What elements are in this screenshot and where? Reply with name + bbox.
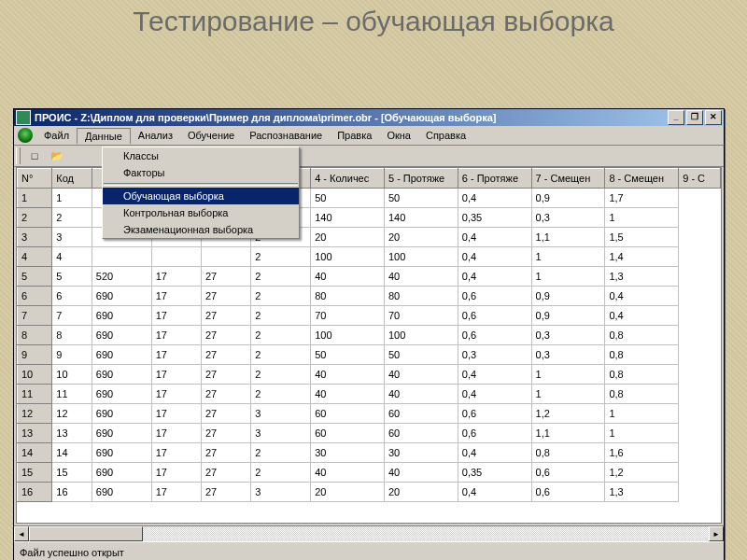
table-row[interactable]: 16166901727320200,40,61,3 xyxy=(18,483,721,502)
cell[interactable]: 27 xyxy=(202,443,251,463)
cell[interactable]: 2 xyxy=(251,345,311,365)
cell[interactable]: 70 xyxy=(384,306,458,326)
cell[interactable]: 11 xyxy=(52,385,92,404)
cell[interactable]: 17 xyxy=(151,424,201,443)
cell[interactable]: 40 xyxy=(311,463,385,483)
row-number[interactable]: 8 xyxy=(18,326,52,345)
menu-item[interactable]: Факторы xyxy=(103,164,299,181)
cell[interactable]: 690 xyxy=(92,463,151,483)
cell[interactable]: 0,8 xyxy=(605,326,679,345)
scroll-track[interactable] xyxy=(29,526,709,541)
cell[interactable]: 2 xyxy=(251,306,311,326)
column-header[interactable]: 4 - Количес xyxy=(311,169,385,189)
cell[interactable]: 70 xyxy=(311,306,385,326)
cell[interactable]: 27 xyxy=(202,404,251,424)
cell[interactable]: 1 xyxy=(531,267,605,287)
cell[interactable]: 0,4 xyxy=(605,287,679,306)
row-number[interactable]: 6 xyxy=(18,287,52,306)
column-header[interactable]: 7 - Смещен xyxy=(531,169,605,189)
table-row[interactable]: 15156901727240400,350,61,2 xyxy=(18,463,721,483)
cell[interactable]: 27 xyxy=(202,306,251,326)
cell[interactable]: 50 xyxy=(384,189,458,208)
cell[interactable]: 690 xyxy=(92,287,151,306)
cell[interactable]: 40 xyxy=(384,463,458,483)
cell[interactable]: 0,6 xyxy=(458,287,531,306)
cell[interactable]: 0,4 xyxy=(458,267,531,287)
cell[interactable]: 2 xyxy=(251,365,311,385)
cell[interactable]: 50 xyxy=(311,189,385,208)
cell[interactable]: 690 xyxy=(92,385,151,404)
row-number[interactable]: 12 xyxy=(18,404,52,424)
row-number[interactable]: 9 xyxy=(18,345,52,365)
cell[interactable]: 1,6 xyxy=(605,443,679,463)
row-number[interactable]: 15 xyxy=(18,463,52,483)
column-header[interactable]: 9 - С xyxy=(679,169,721,189)
column-header[interactable]: Код xyxy=(52,169,92,189)
cell[interactable]: 17 xyxy=(151,267,201,287)
cell[interactable]: 17 xyxy=(151,483,201,502)
cell[interactable]: 7 xyxy=(52,306,92,326)
column-header[interactable]: 5 - Протяже xyxy=(384,169,458,189)
cell[interactable]: 17 xyxy=(151,345,201,365)
menu-справка[interactable]: Справка xyxy=(418,128,473,144)
horizontal-scrollbar[interactable]: ◄ ► xyxy=(14,525,724,541)
cell[interactable]: 20 xyxy=(311,228,385,247)
cell[interactable]: 0,8 xyxy=(605,365,679,385)
cell[interactable]: 690 xyxy=(92,345,151,365)
cell[interactable]: 60 xyxy=(311,424,385,443)
cell[interactable]: 690 xyxy=(92,326,151,345)
cell[interactable]: 1 xyxy=(531,365,605,385)
cell[interactable]: 5 xyxy=(52,267,92,287)
close-button[interactable]: ✕ xyxy=(705,110,722,125)
cell[interactable]: 0,6 xyxy=(531,483,605,502)
cell[interactable]: 1,3 xyxy=(605,483,679,502)
table-row[interactable]: 13136901727360600,61,11 xyxy=(18,424,721,443)
row-number[interactable]: 16 xyxy=(18,483,52,502)
column-header[interactable]: 8 - Смещен xyxy=(605,169,679,189)
cell[interactable]: 6 xyxy=(52,287,92,306)
cell[interactable]: 140 xyxy=(311,208,385,228)
cell[interactable]: 690 xyxy=(92,404,151,424)
table-row[interactable]: 776901727270700,60,90,4 xyxy=(18,306,721,326)
cell[interactable]: 30 xyxy=(384,443,458,463)
menu-распознавание[interactable]: Распознавание xyxy=(242,128,330,144)
cell[interactable]: 27 xyxy=(202,424,251,443)
cell[interactable]: 27 xyxy=(202,345,251,365)
cell[interactable]: 0,3 xyxy=(458,345,531,365)
cell[interactable]: 0,4 xyxy=(458,365,531,385)
cell[interactable]: 2 xyxy=(251,385,311,404)
row-number[interactable]: 7 xyxy=(18,306,52,326)
scroll-right-button[interactable]: ► xyxy=(709,526,724,541)
cell[interactable]: 0,4 xyxy=(458,228,531,247)
cell[interactable]: 27 xyxy=(202,326,251,345)
cell[interactable]: 60 xyxy=(384,404,458,424)
cell[interactable]: 0,6 xyxy=(458,306,531,326)
row-number[interactable]: 2 xyxy=(18,208,52,228)
cell[interactable]: 40 xyxy=(384,385,458,404)
cell[interactable]: 3 xyxy=(52,228,92,247)
cell[interactable]: 690 xyxy=(92,483,151,502)
cell[interactable]: 17 xyxy=(151,365,201,385)
table-row[interactable]: 555201727240400,411,3 xyxy=(18,267,721,287)
cell[interactable]: 3 xyxy=(251,483,311,502)
toolbar-grip[interactable] xyxy=(16,147,21,164)
cell[interactable]: 13 xyxy=(52,424,92,443)
cell[interactable]: 1 xyxy=(52,189,92,208)
cell[interactable]: 1,2 xyxy=(531,404,605,424)
cell[interactable]: 0,8 xyxy=(531,443,605,463)
cell[interactable]: 27 xyxy=(202,287,251,306)
cell[interactable]: 1 xyxy=(531,247,605,267)
cell[interactable]: 16 xyxy=(52,483,92,502)
cell[interactable]: 40 xyxy=(311,267,385,287)
cell[interactable]: 1,7 xyxy=(605,189,679,208)
cell[interactable]: 0,6 xyxy=(531,463,605,483)
cell[interactable]: 20 xyxy=(384,228,458,247)
cell[interactable]: 15 xyxy=(52,463,92,483)
cell[interactable]: 0,4 xyxy=(458,483,531,502)
table-row[interactable]: 666901727280800,60,90,4 xyxy=(18,287,721,306)
cell[interactable]: 1,5 xyxy=(605,228,679,247)
cell[interactable]: 2 xyxy=(251,287,311,306)
cell[interactable]: 690 xyxy=(92,306,151,326)
cell[interactable]: 1 xyxy=(531,385,605,404)
row-number[interactable]: 10 xyxy=(18,365,52,385)
